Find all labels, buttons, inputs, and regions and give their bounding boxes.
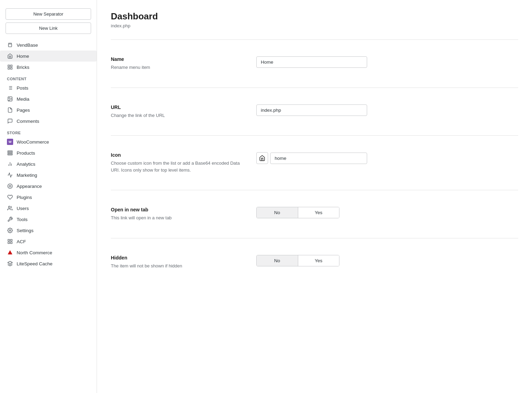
svg-rect-13 — [8, 153, 12, 154]
appearance-icon — [7, 183, 13, 189]
sidebar-item-litespeed-cache[interactable]: LiteSpeed Cache — [0, 258, 97, 269]
sidebar-item-label-north-commerce: North Commerce — [17, 250, 52, 255]
toggle-option-hidden-field-no[interactable]: No — [257, 255, 298, 266]
sidebar-item-pages[interactable]: Pages — [0, 104, 97, 116]
form-description-icon-field: Choose custom icon from the list or add … — [111, 160, 242, 173]
sidebar-item-label-marketing: Marketing — [17, 173, 37, 178]
sidebar-item-users[interactable]: Users — [0, 203, 97, 214]
sidebar-item-marketing[interactable]: Marketing — [0, 170, 97, 181]
form-row-hidden-field: HiddenThe item will not be shown if hidd… — [111, 248, 518, 276]
sidebar-item-vendbase[interactable]: VendBase — [0, 39, 97, 51]
sidebar-item-tools[interactable]: Tools — [0, 214, 97, 225]
sidebar-item-acf[interactable]: ACF — [0, 236, 97, 247]
form-label-url-field: URL — [111, 104, 242, 110]
sidebar-item-label-bricks: Bricks — [17, 65, 29, 70]
svg-point-11 — [9, 98, 10, 99]
svg-rect-3 — [10, 67, 12, 69]
form-description-hidden-field: The item will not be shown if hidden — [111, 263, 242, 269]
form-row-open-new-tab-field: Open in new tabThis link will open in a … — [111, 200, 518, 228]
tools-icon — [7, 216, 13, 222]
sidebar-item-posts[interactable]: Posts — [0, 82, 97, 93]
analytics-icon — [7, 161, 13, 167]
posts-icon — [7, 85, 13, 91]
sidebar-item-label-comments: Comments — [17, 119, 39, 124]
toggle-option-open-new-tab-field-yes[interactable]: Yes — [298, 207, 339, 218]
sidebar-item-analytics[interactable]: Analytics — [0, 158, 97, 170]
sidebar-item-label-home: Home — [17, 54, 29, 59]
svg-point-20 — [8, 206, 10, 208]
svg-rect-14 — [8, 154, 12, 155]
sidebar-item-appearance[interactable]: Appearance — [0, 181, 97, 192]
sidebar-item-media[interactable]: Media — [0, 93, 97, 104]
sidebar-item-products[interactable]: Products — [0, 147, 97, 158]
svg-rect-12 — [8, 151, 12, 152]
sidebar-item-label-vendbase: VendBase — [17, 43, 38, 48]
sidebar-item-label-analytics: Analytics — [17, 162, 35, 167]
sidebar-items-container: VendBaseHomeBricksContentPostsMediaPages… — [0, 39, 97, 269]
sidebar-item-comments[interactable]: Comments — [0, 116, 97, 127]
sidebar-item-label-products: Products — [17, 150, 35, 156]
marketing-icon — [7, 172, 13, 178]
svg-rect-24 — [8, 242, 10, 244]
sidebar-item-label-settings: Settings — [17, 228, 34, 233]
page-title: Dashboard — [111, 11, 518, 22]
sidebar-item-label-litespeed-cache: LiteSpeed Cache — [17, 261, 53, 266]
divider-3 — [111, 238, 518, 238]
media-icon — [7, 96, 13, 102]
form-label-icon-field: Icon — [111, 152, 242, 158]
svg-rect-23 — [10, 239, 12, 241]
sidebar-item-home[interactable]: Home — [0, 51, 97, 62]
divider-1 — [111, 135, 518, 136]
new-separator-button[interactable]: New Separator — [6, 8, 91, 20]
form-input-col-url-field — [256, 104, 518, 116]
sidebar-item-label-acf: ACF — [17, 239, 26, 244]
sidebar-item-north-commerce[interactable]: North Commerce — [0, 247, 97, 258]
form-label-open-new-tab-field: Open in new tab — [111, 207, 242, 212]
form-description-name-field: Rename menu item — [111, 64, 242, 71]
svg-point-18 — [8, 184, 12, 188]
form-label-col-icon-field: IconChoose custom icon from the list or … — [111, 152, 242, 173]
sidebar-item-bricks[interactable]: Bricks — [0, 62, 97, 73]
svg-rect-25 — [10, 242, 12, 244]
input-name-field[interactable] — [256, 56, 367, 68]
form-label-col-open-new-tab-field: Open in new tabThis link will open in a … — [111, 207, 242, 221]
form-label-col-name-field: NameRename menu item — [111, 56, 242, 71]
plugins-icon — [7, 194, 13, 200]
form-fields-container: NameRename menu itemURLChange the link o… — [111, 49, 518, 276]
toggle-open-new-tab-field[interactable]: NoYes — [256, 207, 339, 218]
toggle-option-open-new-tab-field-no[interactable]: No — [257, 207, 298, 218]
input-icon-field[interactable] — [270, 153, 367, 164]
form-row-icon-field: IconChoose custom icon from the list or … — [111, 145, 518, 180]
input-url-field[interactable] — [256, 104, 367, 116]
form-label-hidden-field: Hidden — [111, 255, 242, 261]
bricks-icon — [7, 64, 13, 70]
comments-icon — [7, 118, 13, 124]
form-input-col-open-new-tab-field: NoYes — [256, 207, 518, 218]
svg-point-19 — [9, 185, 11, 187]
sidebar-item-label-plugins: Plugins — [17, 195, 32, 200]
page-subtitle: index.php — [111, 23, 518, 28]
svg-rect-22 — [8, 239, 10, 241]
new-link-button[interactable]: New Link — [6, 22, 91, 34]
sidebar-item-settings[interactable]: Settings — [0, 225, 97, 236]
form-description-open-new-tab-field: This link will open in a new tab — [111, 214, 242, 221]
sidebar-item-label-pages: Pages — [17, 108, 30, 113]
products-icon — [7, 150, 13, 156]
north-commerce-icon — [7, 249, 13, 256]
sidebar-item-label-tools: Tools — [17, 217, 28, 222]
section-label-store: Store — [0, 127, 97, 136]
form-row-name-field: NameRename menu item — [111, 49, 518, 78]
sidebar-item-label-posts: Posts — [17, 85, 28, 91]
toggle-hidden-field[interactable]: NoYes — [256, 255, 339, 266]
form-label-col-url-field: URLChange the link of the URL — [111, 104, 242, 119]
sidebar-item-plugins[interactable]: Plugins — [0, 192, 97, 203]
toggle-option-hidden-field-yes[interactable]: Yes — [298, 255, 339, 266]
sidebar-item-label-users: Users — [17, 206, 29, 211]
acf-icon — [7, 238, 13, 245]
main-content: Dashboard index.php NameRename menu item… — [97, 0, 532, 393]
sidebar: New Separator New Link VendBaseHomeBrick… — [0, 0, 97, 393]
sidebar-item-woocommerce[interactable]: WWooCommerce — [0, 136, 97, 147]
settings-icon — [7, 227, 13, 234]
icon-preview-icon-field — [256, 152, 268, 164]
svg-rect-0 — [8, 65, 10, 67]
